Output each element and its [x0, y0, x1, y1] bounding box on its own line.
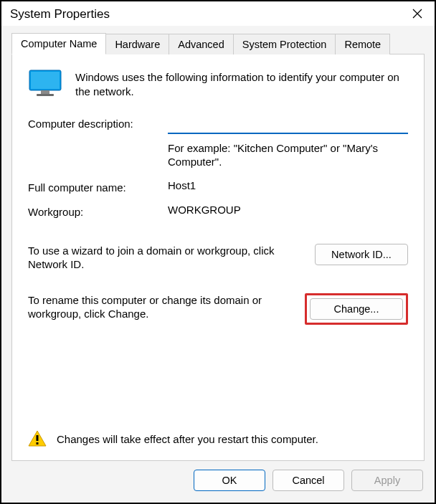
workgroup-label: Workgroup:: [28, 204, 168, 218]
change-row: To rename this computer or change its do…: [28, 293, 408, 325]
change-highlight: Change...: [305, 293, 408, 325]
tab-advanced[interactable]: Advanced: [169, 34, 234, 54]
svg-rect-4: [37, 435, 39, 441]
workgroup-row: Workgroup: WORKGROUP: [28, 204, 408, 218]
intro-text: Windows uses the following information t…: [75, 69, 408, 100]
system-properties-window: System Properties Computer Name Hardware…: [0, 0, 436, 504]
change-button[interactable]: Change...: [310, 298, 403, 320]
monitor-icon: [28, 69, 62, 98]
description-label: Computer description:: [28, 115, 168, 130]
svg-rect-5: [37, 442, 39, 444]
close-button[interactable]: [409, 8, 426, 22]
description-row: Computer description: For example: "Kitc…: [28, 115, 408, 169]
svg-rect-2: [41, 90, 49, 94]
network-id-row: To use a wizard to join a domain or work…: [28, 244, 408, 272]
content-area: Computer Name Hardware Advanced System P…: [1, 26, 435, 503]
tab-computer-name[interactable]: Computer Name: [11, 33, 106, 54]
tab-strip: Computer Name Hardware Advanced System P…: [11, 33, 425, 54]
apply-button[interactable]: Apply: [351, 470, 423, 491]
description-example: For example: "Kitchen Computer" or "Mary…: [168, 141, 408, 169]
full-name-row: Full computer name: Host1: [28, 179, 408, 194]
description-input[interactable]: [168, 115, 408, 134]
tab-remote[interactable]: Remote: [335, 34, 390, 54]
window-title: System Properties: [10, 7, 110, 22]
close-icon: [412, 8, 423, 19]
warning-icon: [28, 430, 47, 447]
intro-row: Windows uses the following information t…: [28, 69, 408, 100]
full-name-value: Host1: [168, 179, 408, 191]
change-text: To rename this computer or change its do…: [28, 293, 290, 321]
dialog-buttons: OK Cancel Apply: [11, 461, 425, 493]
cancel-button[interactable]: Cancel: [272, 470, 344, 491]
network-id-button[interactable]: Network ID...: [315, 244, 408, 265]
svg-rect-3: [37, 94, 54, 96]
tab-panel: Windows uses the following information t…: [11, 54, 425, 461]
warning-text: Changes will take effect after you resta…: [57, 433, 318, 445]
workgroup-value: WORKGROUP: [168, 204, 408, 216]
svg-rect-1: [31, 72, 60, 89]
full-name-label: Full computer name:: [28, 179, 168, 194]
ok-button[interactable]: OK: [194, 470, 265, 491]
warning-row: Changes will take effect after you resta…: [28, 430, 408, 447]
network-id-text: To use a wizard to join a domain or work…: [28, 244, 300, 272]
titlebar: System Properties: [1, 1, 435, 26]
tab-system-protection[interactable]: System Protection: [233, 34, 336, 54]
tab-hardware[interactable]: Hardware: [105, 34, 169, 54]
